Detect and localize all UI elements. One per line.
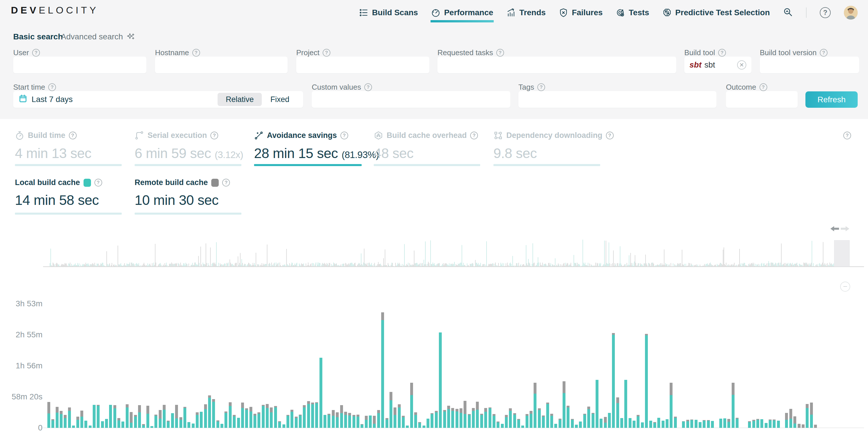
bar-remote-segment[interactable] [443, 410, 446, 411]
bar-remote-segment[interactable] [295, 416, 298, 418]
bar-remote-segment[interactable] [756, 419, 759, 420]
bar-remote-segment[interactable] [241, 403, 244, 408]
bar-remote-segment[interactable] [126, 404, 129, 407]
custom-values-help-icon[interactable]: ? [364, 83, 372, 91]
bar-local-segment[interactable] [402, 417, 405, 428]
outcome-input[interactable] [726, 91, 798, 108]
bar-local-segment[interactable] [794, 424, 796, 428]
bar-remote-segment[interactable] [278, 421, 281, 422]
bar-local-segment[interactable] [493, 416, 495, 428]
metric-build-cache-overhead[interactable]: Build cache overhead? 48 sec [374, 131, 478, 161]
build-tool-input[interactable]: sbt sbt ✕ [684, 57, 751, 73]
user-avatar[interactable] [844, 6, 858, 20]
bar-local-segment[interactable] [64, 418, 67, 428]
bar-local-segment[interactable] [237, 418, 240, 428]
develocity-logo[interactable]: DEVELOCITY [11, 5, 98, 16]
bar-local-segment[interactable] [365, 420, 368, 428]
bar-local-segment[interactable] [427, 419, 429, 428]
local-build-cache-help-icon[interactable]: ? [94, 179, 102, 186]
bar-remote-segment[interactable] [484, 408, 487, 412]
bar-remote-segment[interactable] [233, 415, 236, 416]
bar-local-segment[interactable] [501, 424, 504, 428]
bar-remote-segment[interactable] [167, 421, 169, 422]
bar-remote-segment[interactable] [674, 416, 677, 418]
bar-local-segment[interactable] [723, 419, 726, 428]
bar-local-segment[interactable] [249, 411, 252, 428]
bar-local-segment[interactable] [538, 410, 541, 428]
bar-remote-segment[interactable] [245, 408, 248, 410]
bar-local-segment[interactable] [257, 414, 260, 428]
bar-remote-segment[interactable] [616, 397, 619, 403]
bar-remote-segment[interactable] [810, 403, 813, 414]
overview-selection-window[interactable] [834, 240, 849, 267]
bar-local-segment[interactable] [336, 417, 339, 428]
bar-remote-segment[interactable] [456, 409, 458, 411]
bar-local-segment[interactable] [109, 405, 112, 428]
bar-local-segment[interactable] [361, 425, 363, 428]
bar-remote-segment[interactable] [64, 415, 67, 418]
bar-local-segment[interactable] [616, 403, 619, 428]
bar-local-segment[interactable] [657, 418, 660, 428]
bar-local-segment[interactable] [707, 421, 710, 428]
bar-remote-segment[interactable] [806, 404, 809, 408]
bar-remote-segment[interactable] [315, 402, 318, 403]
dependency-downloading-help-icon[interactable]: ? [606, 132, 614, 139]
bar-remote-segment[interactable] [464, 401, 466, 414]
bar-remote-segment[interactable] [56, 407, 59, 412]
bar-remote-segment[interactable] [773, 420, 776, 420]
bar-local-segment[interactable] [641, 422, 644, 428]
bar-local-segment[interactable] [154, 416, 157, 428]
bar-remote-segment[interactable] [546, 403, 549, 404]
bar-local-segment[interactable] [303, 407, 306, 428]
scroll-left-arrow[interactable] [830, 226, 839, 232]
project-help-icon[interactable]: ? [322, 49, 330, 57]
bar-local-segment[interactable] [443, 411, 446, 428]
bar-remote-segment[interactable] [637, 415, 640, 416]
nav-predictive-test-selection[interactable]: Predictive Test Selection [662, 0, 770, 25]
bar-remote-segment[interactable] [262, 405, 265, 406]
bar-remote-segment[interactable] [113, 405, 116, 408]
requested-tasks-help-icon[interactable]: ? [496, 49, 504, 57]
bar-local-segment[interactable] [612, 335, 615, 428]
nav-trends[interactable]: Trends [506, 0, 546, 25]
bar-local-segment[interactable] [307, 404, 310, 428]
bar-local-segment[interactable] [224, 413, 227, 428]
serial-execution-help-icon[interactable]: ? [210, 132, 218, 139]
bar-remote-segment[interactable] [534, 383, 536, 394]
bar-local-segment[interactable] [270, 412, 273, 428]
bar-local-segment[interactable] [472, 411, 475, 428]
bar-local-segment[interactable] [571, 420, 574, 428]
bar-remote-segment[interactable] [748, 421, 751, 422]
bar-local-segment[interactable] [456, 411, 458, 428]
bar-local-segment[interactable] [200, 412, 203, 428]
bar-remote-segment[interactable] [472, 408, 475, 411]
bar-local-segment[interactable] [736, 419, 739, 428]
bar-remote-segment[interactable] [513, 413, 516, 414]
bar-remote-segment[interactable] [794, 416, 796, 424]
bar-local-segment[interactable] [769, 420, 772, 428]
metrics-help-icon[interactable]: ? [843, 132, 851, 139]
bar-local-segment[interactable] [727, 422, 730, 428]
bar-local-segment[interactable] [175, 419, 178, 428]
bar-remote-segment[interactable] [270, 407, 273, 412]
bar-local-segment[interactable] [600, 419, 602, 428]
bar-local-segment[interactable] [394, 415, 396, 428]
bar-remote-segment[interactable] [336, 412, 339, 417]
bar-local-segment[interactable] [84, 421, 87, 428]
bar-remote-segment[interactable] [480, 414, 483, 415]
bar-local-segment[interactable] [489, 408, 491, 428]
bar-local-segment[interactable] [665, 419, 669, 428]
bar-local-segment[interactable] [418, 423, 421, 428]
bar-remote-segment[interactable] [526, 414, 528, 416]
bar-local-segment[interactable] [414, 415, 417, 428]
bar-local-segment[interactable] [579, 422, 582, 428]
bar-local-segment[interactable] [315, 403, 318, 428]
bar-local-segment[interactable] [521, 426, 524, 428]
bar-remote-segment[interactable] [814, 425, 817, 428]
bar-remote-segment[interactable] [257, 412, 260, 414]
bar-local-segment[interactable] [789, 419, 792, 428]
bar-remote-segment[interactable] [76, 416, 79, 420]
bar-local-segment[interactable] [406, 426, 409, 428]
bar-remote-segment[interactable] [798, 424, 801, 428]
bar-local-segment[interactable] [286, 416, 289, 428]
